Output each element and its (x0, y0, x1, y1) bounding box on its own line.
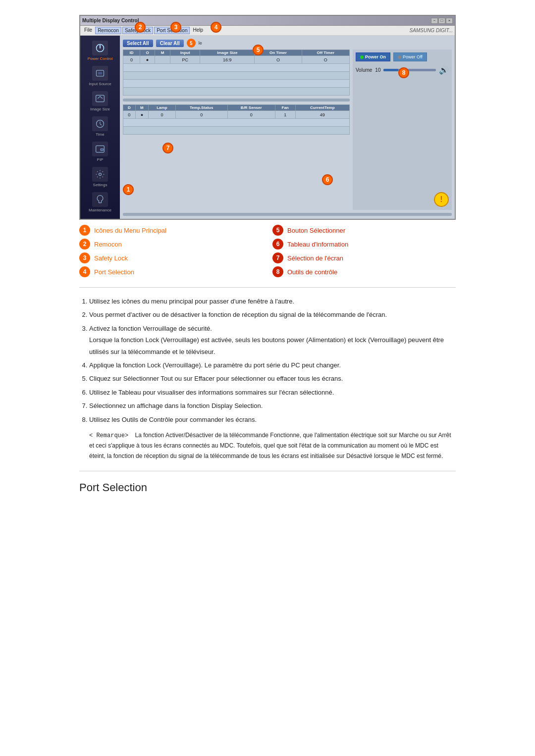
sidebar-item-image-size[interactable]: Image Size (80, 89, 120, 113)
legend-item-6: 6 Tableau d'information (272, 239, 456, 250)
instruction-3: Activez la fonction Verrouillage de sécu… (89, 323, 456, 357)
sidebar-label-pip: PIP (97, 157, 104, 162)
minimize-button[interactable]: − (431, 18, 438, 24)
volume-slider[interactable] (383, 69, 436, 71)
badge-5: 5 (187, 39, 196, 48)
inner-titlebar-controls[interactable]: − □ × (431, 18, 453, 24)
callout-6: 6 (322, 174, 333, 185)
sidebar-item-time[interactable]: Time (80, 114, 120, 139)
menu-file[interactable]: File (82, 27, 94, 34)
numbered-instructions: Utilisez les icônes du menu principal po… (79, 296, 456, 461)
remarque-block: < Remarque> La fonction Activer/Désactiv… (79, 430, 456, 461)
table-row[interactable]: 0 ● PC 16:9 O O (123, 56, 350, 64)
col-offtimer: Off Timer (302, 50, 349, 56)
inner-sidebar: Power Control Input Source (80, 36, 120, 219)
cell-id: 0 (123, 56, 140, 64)
table-row[interactable] (123, 64, 350, 72)
col-br-senser: B/R Senser (227, 105, 275, 111)
sidebar-item-maintenance[interactable]: Maintenance (80, 190, 120, 214)
table-row[interactable] (123, 80, 350, 88)
sidebar-label-image-size: Image Size (90, 107, 110, 111)
col-d: D (123, 105, 136, 111)
instruction-2: Vous permet d'activer ou de désactiver l… (89, 309, 456, 320)
sidebar-item-settings[interactable]: Settings (80, 165, 120, 189)
power-off-button[interactable]: Power Off (393, 52, 427, 61)
legend-text-4: Port Selection (94, 268, 134, 276)
port-selection-heading: Port Selection (79, 471, 456, 494)
select-all-button[interactable]: Select All (123, 40, 153, 47)
callout-2: 2 (135, 22, 146, 33)
le-text: le (199, 41, 202, 46)
callout-5: 5 (253, 45, 264, 55)
sidebar-label-input-source: Input Source (89, 82, 111, 86)
legend-badge-3: 3 (79, 252, 90, 263)
sidebar-item-pip[interactable]: PIP (80, 140, 120, 164)
sidebar-item-power-control[interactable]: Power Control (80, 39, 120, 63)
svg-rect-6 (101, 149, 104, 151)
cell-m (155, 56, 170, 64)
callout-4: 4 (211, 22, 221, 33)
volume-label: Volume (356, 67, 372, 73)
legend-text-7: Sélection de l'écran (287, 254, 343, 262)
image-size-icon (92, 91, 108, 106)
status-table-row[interactable]: 0 ● 0 0 0 1 49 (123, 111, 350, 119)
cell-temp-status: 0 (175, 111, 227, 119)
status-table-row[interactable] (123, 119, 350, 127)
volume-slider-fill (383, 69, 398, 71)
legend-badge-1: 1 (79, 225, 90, 236)
table-row[interactable] (123, 88, 350, 96)
col-m2: M (135, 105, 148, 111)
close-button[interactable]: × (446, 18, 453, 24)
power-off-dot (398, 55, 401, 59)
legend-item-5: 5 Bouton Sélectionner (272, 225, 456, 236)
menu-remocon[interactable]: Remocon (95, 27, 121, 34)
power-on-label: Power On (365, 54, 386, 59)
app-screenshot: 1 2 3 4 5 6 7 8 Multiple Display Control… (79, 15, 456, 220)
col-imagesize: Image Size (200, 50, 255, 56)
main-display-table: ID O M Input Image Size On Timer Off Tim… (123, 50, 350, 96)
scrollbar-horizontal[interactable] (123, 99, 350, 101)
col-fan: Fan (275, 105, 295, 111)
power-on-button[interactable]: Power On (356, 52, 390, 61)
section-divider (79, 287, 456, 288)
cell-d: 0 (123, 111, 136, 119)
remarque-label: < Remarque> (89, 432, 128, 439)
callout-7: 7 (162, 143, 173, 153)
settings-icon (92, 167, 108, 182)
col-input: Input (170, 50, 200, 56)
legend-text-8: Outils de contrôle (287, 268, 337, 276)
sidebar-label-maintenance: Maintenance (89, 208, 111, 212)
status-table: D M Lamp Temp.Status B/R Senser Fan Curr… (123, 104, 350, 135)
status-table-row[interactable] (123, 127, 350, 135)
legend-text-5: Bouton Sélectionner (287, 227, 345, 234)
legend-item-7: 7 Sélection de l'écran (272, 252, 456, 263)
input-source-icon (92, 66, 108, 81)
clear-all-button[interactable]: Clear All (156, 40, 184, 47)
callout-8: 8 (398, 67, 409, 78)
col-lamp: Lamp (149, 105, 176, 111)
legend-text-2: Remocon (94, 241, 122, 248)
inner-table-wrap: ID O M Input Image Size On Timer Off Tim… (123, 50, 350, 210)
legend-text-3: Safety Lock (94, 254, 128, 262)
col-current-temp: CurrentTemp (295, 105, 349, 111)
power-off-label: Power Off (403, 54, 423, 59)
legend-badge-2: 2 (79, 239, 90, 250)
samsung-brand: SAMSUNG DIGIT... (410, 28, 453, 33)
warning-icon: ! (434, 192, 449, 207)
col-m: M (155, 50, 170, 56)
svg-point-7 (99, 173, 102, 176)
time-icon (92, 116, 108, 131)
legend-text-1: Icônes du Menu Principal (94, 227, 166, 234)
col-id: ID (123, 50, 140, 56)
sidebar-label-time: Time (96, 132, 104, 137)
maximize-button[interactable]: □ (438, 18, 445, 24)
sidebar-item-input-source[interactable]: Input Source (80, 64, 120, 88)
scrollbar-bottom[interactable] (123, 213, 452, 216)
menu-help[interactable]: Help (191, 27, 205, 34)
legend-item-8: 8 Outils de contrôle (272, 266, 456, 277)
cell-offtimer: O (302, 56, 349, 64)
legend-badge-4: 4 (79, 266, 90, 277)
pip-icon (92, 142, 108, 156)
table-row[interactable] (123, 72, 350, 80)
instruction-8: Utilisez les Outils de Contrôle pour com… (89, 414, 456, 425)
